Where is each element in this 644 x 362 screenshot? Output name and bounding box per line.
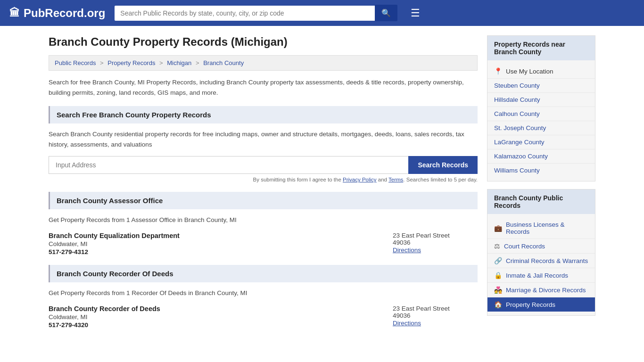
logo-text: PubRecord.org <box>24 7 105 20</box>
sidebar-use-location[interactable]: 📍 Use My Location <box>487 64 595 79</box>
sidebar-item-label-hillsdale: Hillsdale County <box>494 96 540 103</box>
sidebar-item-label-business: Business Licenses & Records <box>506 221 588 235</box>
site-logo[interactable]: 🏛 PubRecord.org <box>9 7 105 20</box>
recorder-section-header: Branch County Recorder Of Deeds <box>49 265 478 282</box>
sidebar-item-property[interactable]: 🏠 Property Records <box>487 297 595 312</box>
sidebar-item-inmate[interactable]: 🔒 Inmate & Jail Records <box>487 268 595 283</box>
breadcrumb-property-records[interactable]: Property Records <box>107 59 155 66</box>
privacy-policy-link[interactable]: Privacy Policy <box>343 177 377 182</box>
breadcrumb-sep-1: > <box>100 59 105 66</box>
sidebar-item-st-joseph[interactable]: St. Joseph County <box>487 121 595 135</box>
assessor-office-right: 23 East Pearl Street 49036 Directions <box>393 232 478 255</box>
sidebar-item-williams[interactable]: Williams County <box>487 164 595 177</box>
main-container: Branch County Property Records (Michigan… <box>39 26 605 347</box>
sidebar-public-records-body: 💼 Business Licenses & Records ⚖ Court Re… <box>487 214 595 315</box>
assessor-office-zip: 49036 <box>393 239 478 246</box>
recorder-office-block: Branch County Recorder of Deeds Coldwate… <box>49 305 478 329</box>
logo-icon: 🏛 <box>9 7 20 19</box>
sidebar-item-kalamazoo[interactable]: Kalamazoo County <box>487 149 595 164</box>
recorder-office-right: 23 East Pearl Street 49036 Directions <box>393 305 478 329</box>
recorder-office-phone: 517-279-4320 <box>49 321 374 329</box>
location-pin-icon: 📍 <box>494 67 502 75</box>
assessor-office-block: Branch County Equalization Department Co… <box>49 232 478 255</box>
address-search-input[interactable] <box>49 156 408 174</box>
assessor-section: Branch County Assessor Office Get Proper… <box>49 192 478 255</box>
sidebar-item-label-st-joseph: St. Joseph County <box>494 124 546 132</box>
breadcrumb-sep-3: > <box>196 59 201 66</box>
assessor-directions-link[interactable]: Directions <box>393 247 421 254</box>
recorder-office-left: Branch County Recorder of Deeds Coldwate… <box>49 305 374 329</box>
sidebar-nearby-header: Property Records near Branch County <box>487 36 595 60</box>
briefcase-icon: 💼 <box>494 224 502 232</box>
breadcrumb: Public Records > Property Records > Mich… <box>49 55 478 71</box>
sidebar-item-label-steuben: Steuben County <box>494 82 540 89</box>
rings-icon: 💑 <box>494 286 502 294</box>
search-section-header: Search Free Branch County Property Recor… <box>49 106 478 123</box>
link-icon: 🔗 <box>494 257 502 264</box>
sidebar-item-label-marriage: Marriage & Divorce Records <box>506 287 586 294</box>
assessor-office-city: Coldwater, MI <box>49 240 374 247</box>
site-header: 🏛 PubRecord.org 🔍 ☰ <box>0 0 644 26</box>
sidebar-item-label-lagrange: LaGrange County <box>494 139 545 146</box>
sidebar-item-hillsdale[interactable]: Hillsdale County <box>487 93 595 107</box>
page-title: Branch County Property Records (Michigan… <box>49 35 478 49</box>
assessor-section-desc: Get Property Records from 1 Assessor Off… <box>49 215 478 225</box>
sidebar-item-lagrange[interactable]: LaGrange County <box>487 135 595 149</box>
lock-icon: 🔒 <box>494 272 502 279</box>
assessor-office-phone: 517-279-4312 <box>49 248 374 255</box>
recorder-section-desc: Get Property Records from 1 Recorder Of … <box>49 288 478 298</box>
page-description: Search for free Branch County, MI Proper… <box>49 77 478 98</box>
sidebar-item-label-kalamazoo: Kalamazoo County <box>494 153 548 160</box>
content-area: Branch County Property Records (Michigan… <box>49 35 478 338</box>
assessor-office-street: 23 East Pearl Street <box>393 232 478 239</box>
recorder-office-street: 23 East Pearl Street <box>393 305 478 312</box>
search-section: Search Free Branch County Property Recor… <box>49 106 478 182</box>
search-records-button[interactable]: Search Records <box>408 156 478 174</box>
header-search-button[interactable]: 🔍 <box>375 5 397 21</box>
recorder-directions-link[interactable]: Directions <box>393 320 421 327</box>
sidebar-item-business[interactable]: 💼 Business Licenses & Records <box>487 218 595 239</box>
sidebar-item-label-court: Court Records <box>504 243 545 250</box>
sidebar-item-label-criminal: Criminal Records & Warrants <box>506 257 588 264</box>
sidebar-item-marriage[interactable]: 💑 Marriage & Divorce Records <box>487 283 595 297</box>
sidebar-nearby-box: Property Records near Branch County 📍 Us… <box>487 35 595 181</box>
breadcrumb-public-records[interactable]: Public Records <box>55 59 96 66</box>
sidebar-item-label-property: Property Records <box>506 301 555 308</box>
assessor-section-header: Branch County Assessor Office <box>49 192 478 209</box>
recorder-office-zip: 49036 <box>393 312 478 319</box>
sidebar-item-criminal[interactable]: 🔗 Criminal Records & Warrants <box>487 254 595 268</box>
address-search-form: Search Records <box>49 156 478 174</box>
scales-icon: ⚖ <box>494 242 500 250</box>
sidebar-use-location-label: Use My Location <box>506 68 553 75</box>
sidebar: Property Records near Branch County 📍 Us… <box>487 35 595 338</box>
sidebar-public-records-header: Branch County Public Records <box>487 189 595 214</box>
header-search-form: 🔍 <box>115 5 397 21</box>
breadcrumb-branch-county[interactable]: Branch County <box>203 59 244 66</box>
header-search-input[interactable] <box>115 6 375 21</box>
hamburger-menu-icon[interactable]: ☰ <box>411 7 420 19</box>
recorder-office-city: Coldwater, MI <box>49 313 374 321</box>
form-terms: By submitting this form I agree to the P… <box>49 177 478 182</box>
search-section-desc: Search Branch County residential propert… <box>49 129 478 149</box>
assessor-office-left: Branch County Equalization Department Co… <box>49 232 374 255</box>
recorder-office-name: Branch County Recorder of Deeds <box>49 305 374 313</box>
terms-link[interactable]: Terms <box>388 177 403 182</box>
sidebar-item-steuben[interactable]: Steuben County <box>487 79 595 93</box>
sidebar-item-calhoun[interactable]: Calhoun County <box>487 107 595 121</box>
sidebar-public-records-box: Branch County Public Records 💼 Business … <box>487 189 595 316</box>
recorder-section: Branch County Recorder Of Deeds Get Prop… <box>49 265 478 329</box>
assessor-office-name: Branch County Equalization Department <box>49 232 374 239</box>
house-icon: 🏠 <box>494 301 502 308</box>
sidebar-item-court[interactable]: ⚖ Court Records <box>487 239 595 254</box>
breadcrumb-sep-2: > <box>159 59 165 66</box>
sidebar-nearby-body: 📍 Use My Location Steuben County Hillsda… <box>487 60 595 181</box>
sidebar-item-label-inmate: Inmate & Jail Records <box>506 272 568 279</box>
sidebar-item-label-calhoun: Calhoun County <box>494 110 540 117</box>
sidebar-item-label-williams: Williams County <box>494 167 540 174</box>
breadcrumb-michigan[interactable]: Michigan <box>167 59 191 66</box>
